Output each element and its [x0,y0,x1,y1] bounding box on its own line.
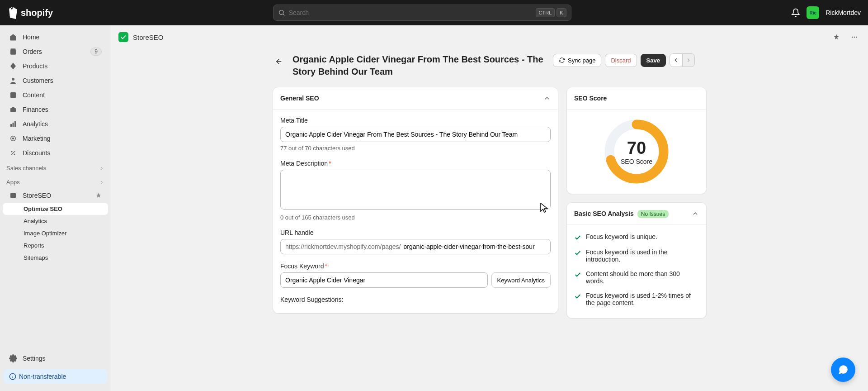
next-page-button[interactable] [682,53,695,67]
sync-icon [559,57,565,63]
seo-score-value: 70 [627,138,646,158]
sidebar-item-label: Settings [23,355,46,362]
non-transferable-badge[interactable]: Non-transferable [4,369,107,384]
content-header: Organic Apple Cider Vinegar From The Bes… [273,53,707,78]
subnav-image-optimizer[interactable]: Image Optimizer [3,227,108,239]
svg-point-18 [854,37,855,38]
meta-description-helper: 0 out of 165 characters used [280,214,551,221]
chat-fab[interactable] [831,358,855,382]
focus-keyword-label: Focus Keyword* [280,262,551,270]
content: Organic Apple Cider Vinegar From The Bes… [264,49,716,337]
app-name: StoreSEO [133,33,164,41]
subnav-analytics[interactable]: Analytics [3,215,108,227]
sidebar-item-label: StoreSEO [23,192,51,199]
more-menu-button[interactable] [848,31,861,43]
username[interactable]: RickMortdev [826,9,861,16]
pin-app-button[interactable] [830,31,843,43]
kbd-k: K [557,8,566,17]
notifications-icon[interactable] [791,8,800,17]
subnav-reports[interactable]: Reports [3,239,108,252]
chevron-up-icon [692,210,699,217]
svg-point-17 [852,37,853,38]
topbar-right: Ric RickMortdev [791,6,861,19]
seo-score-donut: 70 SEO Score [603,118,670,186]
search-shortcut: CTRL K [536,8,566,17]
required-marker: * [329,160,331,167]
sidebar-item-home[interactable]: Home [3,30,108,44]
chevron-right-icon [99,166,104,171]
sidebar-item-label: Discounts [23,149,50,157]
svg-point-2 [12,78,14,81]
sidebar-item-label: Home [23,33,39,41]
orders-badge: 9 [90,48,102,56]
sidebar-item-label: Finances [23,106,48,113]
search-container: CTRL K [60,5,784,21]
section-apps[interactable]: Apps [0,174,111,188]
sidebar-item-discounts[interactable]: Discounts [3,146,108,160]
svg-point-19 [856,37,857,38]
search-input[interactable] [289,9,532,16]
url-prefix: https://rickmortdev.myshopify.com/pages/ [281,239,403,254]
sidebar-item-label: Content [23,91,45,99]
kbd-ctrl: CTRL [536,8,555,17]
search-icon [278,9,285,16]
sidebar-item-label: Analytics [23,120,48,128]
general-seo-card: General SEO Meta Title 77 out of 70 char… [273,87,558,314]
meta-title-input[interactable] [280,127,551,142]
discard-button[interactable]: Discard [605,54,637,67]
card-header[interactable]: Basic SEO AnalysisNo Issues [567,203,706,225]
url-handle-field[interactable]: https://rickmortdev.myshopify.com/pages/ [280,239,551,254]
info-icon [9,373,16,380]
sidebar-item-content[interactable]: Content [3,88,108,102]
arrow-left-icon [275,57,283,66]
sidebar-item-label: Products [23,62,47,70]
pin-icon[interactable] [95,192,102,199]
svg-rect-5 [13,123,14,127]
check-icon [574,271,581,278]
subnav-optimize-seo[interactable]: Optimize SEO [3,203,108,215]
section-sales-channels[interactable]: Sales channels [0,160,111,174]
sidebar-item-orders[interactable]: Orders9 [3,44,108,59]
back-button[interactable] [273,55,285,68]
svg-rect-12 [10,193,16,198]
seo-score-label: SEO Score [621,158,652,165]
app-header: StoreSEO [111,25,868,49]
prev-page-button[interactable] [670,53,682,67]
sidebar-item-products[interactable]: Products [3,59,108,73]
sidebar: Home Orders9 Products Customers Content … [0,25,111,391]
url-handle-label: URL handle [280,229,551,236]
meta-description-input[interactable] [280,170,551,210]
check-icon [574,234,581,241]
sidebar-item-label: Customers [23,77,53,84]
sidebar-item-finances[interactable]: Finances [3,102,108,117]
topbar: shopify CTRL K Ric RickMortdev [0,0,868,25]
sidebar-app-storeseo[interactable]: StoreSEO [3,188,108,203]
card-header[interactable]: General SEO [273,87,558,110]
avatar[interactable]: Ric [807,6,819,19]
subnav-sitemaps[interactable]: Sitemaps [3,252,108,264]
search-box[interactable]: CTRL K [273,5,571,21]
seo-score-card: SEO Score 70 SEO Score [566,87,707,194]
shopify-logo[interactable]: shopify [7,6,53,19]
analysis-item: Focus keyword is used in the introductio… [574,245,699,267]
app-icon [118,32,128,42]
sidebar-item-marketing[interactable]: Marketing [3,131,108,146]
meta-title-helper: 77 out of 70 characters used [280,145,551,152]
svg-rect-3 [10,92,16,98]
save-button[interactable]: Save [641,54,666,67]
page-nav [670,53,695,67]
svg-point-0 [279,10,283,14]
sidebar-item-analytics[interactable]: Analytics [3,117,108,131]
status-badge: No Issues [637,210,669,218]
sidebar-item-customers[interactable]: Customers [3,73,108,88]
sync-page-button[interactable]: Sync page [553,54,601,67]
sidebar-item-settings[interactable]: Settings [3,351,108,366]
card-header: SEO Score [567,87,706,110]
url-handle-input[interactable] [403,239,550,254]
required-marker: * [325,262,327,270]
keyword-analytics-button[interactable]: Keyword Analytics [491,272,551,288]
main: StoreSEO Organic Apple Cider Vinegar Fro… [111,25,868,391]
svg-rect-4 [10,124,12,127]
keyword-suggestions-label: Keyword Suggestions: [280,296,551,303]
focus-keyword-input[interactable] [280,272,488,288]
